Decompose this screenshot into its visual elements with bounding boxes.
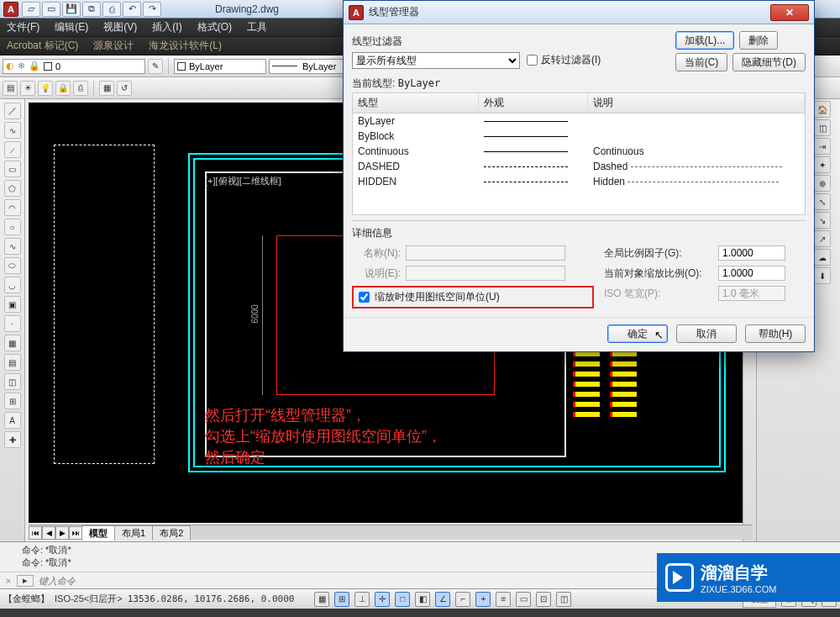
qat-save-icon[interactable]: 💾 — [62, 2, 81, 17]
ellipse-icon[interactable]: ⬭ — [4, 257, 21, 274]
mleader-style-icon[interactable]: ↗ — [814, 230, 831, 247]
explode-icon[interactable]: ✦ — [814, 156, 831, 173]
print-layer-icon[interactable]: ⎙ — [73, 81, 88, 96]
extend-icon[interactable]: ⇥ — [814, 138, 831, 155]
qat-redo-icon[interactable]: ↷ — [143, 2, 161, 17]
lock-layer-icon[interactable]: 🔒 — [55, 81, 71, 96]
spline-icon[interactable]: ∿ — [4, 238, 21, 255]
cancel-button[interactable]: 取消 — [676, 324, 737, 343]
tab-model[interactable]: 模型 — [81, 525, 115, 541]
table-icon[interactable]: ⊞ — [4, 393, 21, 409]
ortho-toggle[interactable]: ⊥ — [354, 592, 370, 607]
menu-yuanquan[interactable]: 源泉设计 — [93, 39, 134, 53]
hide-details-button[interactable]: 隐藏细节(D) — [732, 53, 806, 71]
mtext-icon[interactable]: A — [4, 412, 21, 429]
region-icon[interactable]: ◫ — [4, 373, 21, 390]
qat-new-icon[interactable]: ▱ — [22, 2, 40, 17]
snap-toggle[interactable]: ▦ — [314, 592, 329, 607]
invert-filter-input[interactable] — [527, 55, 538, 66]
paperspace-units-checkbox[interactable] — [359, 292, 370, 303]
layer-states-icon[interactable]: ▤ — [3, 81, 18, 96]
lwt-toggle[interactable]: ≡ — [496, 592, 511, 607]
col-name[interactable]: 线型 — [353, 93, 479, 113]
mirror-icon[interactable]: ◫ — [814, 119, 831, 136]
linetype-row[interactable]: Continuous Continuous — [353, 144, 805, 159]
layer-manager-icon[interactable]: ✎ — [148, 59, 163, 74]
menu-insert[interactable]: 插入(I) — [152, 20, 181, 34]
cmdline-close-icon[interactable]: × — [0, 576, 17, 586]
dialog-titlebar[interactable]: A 线型管理器 ✕ — [344, 1, 814, 24]
linetype-row[interactable]: DASHED Dashed — [353, 159, 805, 174]
layer-walk-icon[interactable]: ▦ — [99, 81, 114, 96]
qat-saveas-icon[interactable]: ⧉ — [82, 2, 101, 17]
polar-toggle[interactable]: ✛ — [375, 592, 390, 607]
line-icon[interactable]: ／ — [4, 103, 21, 119]
menu-edit[interactable]: 编辑(E) — [55, 20, 88, 34]
global-scale-input[interactable] — [718, 245, 785, 261]
point-icon[interactable]: · — [4, 315, 21, 332]
set-current-button[interactable]: 当前(C) — [675, 53, 728, 71]
qat-undo-icon[interactable]: ↶ — [123, 2, 141, 17]
addtool-icon[interactable]: ✚ — [4, 431, 21, 448]
block-icon[interactable]: ▣ — [4, 296, 21, 313]
col-desc[interactable]: 说明 — [588, 93, 805, 113]
layer-combo[interactable]: ◐ ❄ 🔒 0 — [3, 59, 145, 74]
grid-toggle[interactable]: ⊞ — [334, 592, 349, 607]
gradient-icon[interactable]: ▤ — [4, 354, 21, 371]
invert-filter-checkbox[interactable]: 反转过滤器(I) — [527, 53, 601, 67]
tab-layout1[interactable]: 布局1 — [114, 525, 153, 541]
osnap-toggle[interactable]: □ — [395, 592, 410, 607]
menu-file[interactable]: 文件(F) — [7, 20, 39, 34]
load-button[interactable]: 加载(L)... — [675, 31, 735, 50]
circle-icon[interactable]: ○ — [4, 219, 21, 235]
sun-icon[interactable]: ☀ — [20, 81, 35, 96]
tab-last-icon[interactable]: ⏭ — [69, 526, 82, 540]
qp-toggle[interactable]: ⊡ — [536, 592, 551, 607]
sc-toggle[interactable]: ◫ — [556, 592, 571, 607]
hatch-icon[interactable]: ▦ — [4, 335, 21, 351]
color-combo[interactable]: ByLayer — [174, 59, 266, 74]
help-button[interactable]: 帮助(H) — [745, 324, 806, 343]
leader-icon[interactable]: ↘ — [814, 212, 831, 229]
dialog-close-button[interactable]: ✕ — [770, 4, 809, 21]
revision-cloud-icon[interactable]: ☁ — [814, 249, 831, 266]
home-icon[interactable]: 🏠 — [814, 101, 831, 118]
menu-acrobat[interactable]: Acrobat 标记(C) — [7, 39, 78, 53]
insert-block-icon[interactable]: ⬇ — [814, 267, 831, 284]
cmdline-prompt-icon[interactable]: ▸ — [17, 575, 34, 587]
linetype-row[interactable]: HIDDEN Hidden — [353, 174, 805, 189]
linetype-row[interactable]: ByLayer — [353, 113, 805, 129]
menu-view[interactable]: 视图(V) — [103, 20, 137, 34]
col-preview[interactable]: 外观 — [479, 93, 588, 113]
menu-hailong[interactable]: 海龙设计软件(L) — [149, 39, 222, 53]
xline-icon[interactable]: ⟋ — [4, 141, 21, 158]
tab-layout2[interactable]: 布局2 — [152, 525, 191, 541]
tab-first-icon[interactable]: ⏮ — [29, 526, 42, 540]
delete-button[interactable]: 删除 — [739, 31, 778, 50]
3dosnap-toggle[interactable]: ◧ — [415, 592, 430, 607]
qat-open-icon[interactable]: ▭ — [42, 2, 60, 17]
ok-button[interactable]: 确定 ↖ — [607, 324, 668, 343]
qat-print-icon[interactable]: ⎙ — [102, 2, 121, 17]
dim-aligned-icon[interactable]: ⤡ — [814, 193, 831, 210]
bulb-icon[interactable]: 💡 — [38, 81, 53, 96]
rectangle-icon[interactable]: ▭ — [4, 161, 21, 177]
tab-next-icon[interactable]: ▶ — [55, 526, 69, 540]
linetype-list[interactable]: 线型 外观 说明 ByLayer ByBlock Continuous — [352, 92, 806, 215]
linetype-row[interactable]: ByBlock — [353, 129, 805, 144]
ducs-toggle[interactable]: ⌐ — [455, 592, 470, 607]
ellipse-arc-icon[interactable]: ◡ — [4, 277, 21, 293]
linetype-filter-combo[interactable]: 显示所有线型 — [352, 52, 520, 69]
polygon-icon[interactable]: ⬠ — [4, 180, 21, 197]
tab-prev-icon[interactable]: ◀ — [42, 526, 55, 540]
join-icon[interactable]: ⊕ — [814, 175, 831, 192]
object-scale-input[interactable] — [718, 266, 785, 281]
layer-prev-icon[interactable]: ↺ — [117, 81, 132, 96]
tpy-toggle[interactable]: ▭ — [516, 592, 531, 607]
menu-format[interactable]: 格式(O) — [197, 20, 232, 34]
arc-icon[interactable]: ◠ — [4, 199, 21, 216]
dyn-toggle[interactable]: + — [475, 592, 491, 607]
polyline-icon[interactable]: ∿ — [4, 122, 21, 139]
menu-tools[interactable]: 工具 — [247, 20, 267, 34]
otrack-toggle[interactable]: ∠ — [435, 592, 450, 607]
